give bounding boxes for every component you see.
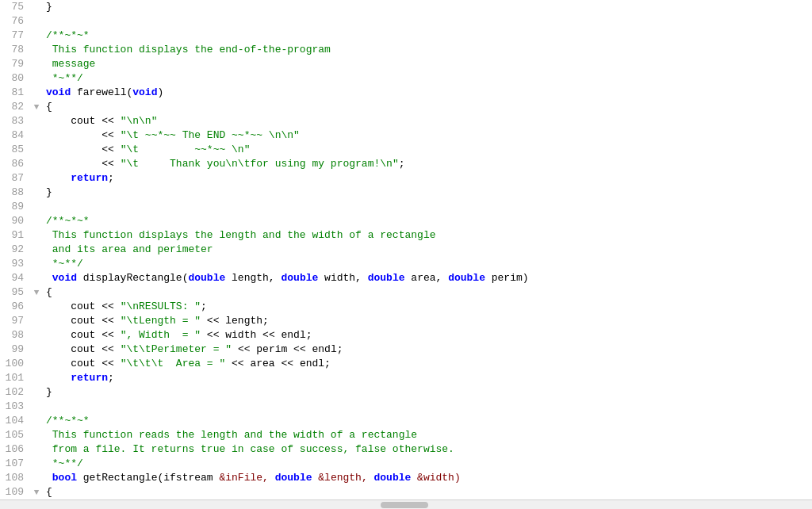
code-token: cout xyxy=(46,300,95,312)
horizontal-scrollbar[interactable] xyxy=(0,499,812,509)
code-token: ; xyxy=(201,300,207,312)
line-number: 86 xyxy=(0,157,30,171)
code-line: cout << "\t\tPerimeter = " << perim << e… xyxy=(43,343,812,357)
line-number: 98 xyxy=(0,328,30,343)
code-token: "\t ~~*~~ \n" xyxy=(121,144,251,155)
code-token: "\t\tPerimeter = " xyxy=(121,343,232,355)
fold-icon xyxy=(30,357,43,371)
table-row: 81void farewell(void) xyxy=(0,86,812,100)
table-row: 100 cout << "\t\t\t Area = " << area << … xyxy=(0,357,812,371)
fold-icon[interactable]: ▼ xyxy=(30,485,43,499)
code-line: /**~*~* xyxy=(43,214,812,228)
code-token: ; xyxy=(108,372,114,384)
code-token: double xyxy=(374,472,412,484)
code-token: farewell( xyxy=(71,86,132,98)
code-token: from a file. It returns true in case of … xyxy=(46,443,454,455)
code-token xyxy=(46,372,71,384)
fold-icon xyxy=(30,86,43,100)
code-token: return xyxy=(71,372,108,384)
fold-icon xyxy=(30,457,43,471)
fold-icon xyxy=(30,200,43,214)
code-token: << endl; xyxy=(287,343,343,355)
table-row: 95▼{ xyxy=(0,285,812,300)
code-token: This function displays the end-of-the-pr… xyxy=(46,44,331,55)
code-line: return; xyxy=(43,371,812,385)
code-token: bool xyxy=(46,472,77,484)
code-token: and its area and perimeter xyxy=(46,243,213,255)
line-number: 103 xyxy=(0,400,30,414)
code-line: message xyxy=(43,57,812,71)
code-line: /**~*~* xyxy=(43,29,812,43)
fold-icon xyxy=(30,228,43,243)
table-row: 93 *~**/ xyxy=(0,257,812,271)
table-row: 109▼{ xyxy=(0,485,812,499)
code-line: cout << "\nRESULTS: "; xyxy=(43,300,812,314)
table-row: 99 cout << "\t\tPerimeter = " << perim <… xyxy=(0,343,812,357)
code-token: *~**/ xyxy=(46,457,83,469)
line-number: 91 xyxy=(0,228,30,243)
line-number: 88 xyxy=(0,186,30,200)
code-line: << "\t ~~*~~ \n" xyxy=(43,143,812,157)
code-line: } xyxy=(43,0,812,14)
table-row: 106 from a file. It returns true in case… xyxy=(0,442,812,457)
fold-icon xyxy=(30,143,43,157)
code-token: /**~*~* xyxy=(46,29,90,41)
fold-icon xyxy=(30,271,43,285)
code-token: ", Width = " xyxy=(121,329,201,341)
code-token: ; xyxy=(108,172,114,184)
fold-icon xyxy=(30,171,43,186)
code-token: << xyxy=(46,129,121,141)
code-line: return; xyxy=(43,171,812,186)
code-token: area, xyxy=(405,272,449,284)
code-line: { xyxy=(43,485,812,499)
table-row: 84 << "\t ~~*~~ The END ~~*~~ \n\n" xyxy=(0,128,812,143)
table-row: 101 return; xyxy=(0,371,812,385)
code-table: 75}7677/**~*~*78 This function displays … xyxy=(0,0,812,509)
table-row: 102} xyxy=(0,385,812,400)
code-line: from a file. It returns true in case of … xyxy=(43,442,812,457)
code-token: "\n\n" xyxy=(121,115,158,127)
code-token: double xyxy=(448,272,485,284)
fold-icon xyxy=(30,442,43,457)
table-row: 83 cout << "\n\n" xyxy=(0,114,812,128)
table-row: 77/**~*~* xyxy=(0,29,812,43)
code-token: double xyxy=(368,272,405,284)
code-token: } xyxy=(46,1,52,13)
code-token: void xyxy=(46,86,71,98)
line-number: 83 xyxy=(0,114,30,128)
code-token: perim) xyxy=(485,272,529,284)
code-token: } xyxy=(46,186,52,198)
line-number: 96 xyxy=(0,300,30,314)
code-token: "\t ~~*~~ The END ~~*~~ \n\n" xyxy=(121,129,300,141)
code-token: "\tLength = " xyxy=(121,315,201,327)
line-number: 80 xyxy=(0,71,30,86)
line-number: 94 xyxy=(0,271,30,285)
fold-icon xyxy=(30,471,43,485)
table-row: 87 return; xyxy=(0,171,812,186)
fold-icon xyxy=(30,157,43,171)
fold-icon xyxy=(30,328,43,343)
code-line: { xyxy=(43,100,812,114)
code-line: << "\t ~~*~~ The END ~~*~~ \n\n" xyxy=(43,128,812,143)
table-row: 82▼{ xyxy=(0,100,812,114)
fold-icon[interactable]: ▼ xyxy=(30,285,43,300)
table-row: 76 xyxy=(0,14,812,29)
code-token: double xyxy=(281,272,318,284)
code-token: ifstream xyxy=(163,472,213,484)
code-line: cout << ", Width = " << width << endl; xyxy=(43,328,812,343)
code-line: This function displays the length and th… xyxy=(43,228,812,243)
code-token: cout xyxy=(46,329,95,341)
code-token: This function displays the length and th… xyxy=(46,229,435,241)
code-line: cout << "\tLength = " << length; xyxy=(43,314,812,328)
table-row: 94 void displayRectangle(double length, … xyxy=(0,271,812,285)
table-row: 92 and its area and perimeter xyxy=(0,243,812,257)
fold-icon xyxy=(30,214,43,228)
fold-icon xyxy=(30,414,43,428)
code-token: << endl; xyxy=(275,358,331,369)
fold-icon[interactable]: ▼ xyxy=(30,100,43,114)
code-line: void displayRectangle(double length, dou… xyxy=(43,271,812,285)
fold-icon xyxy=(30,385,43,400)
code-line: *~**/ xyxy=(43,257,812,271)
code-token: ; xyxy=(399,158,405,170)
scrollbar-thumb[interactable] xyxy=(381,502,428,508)
